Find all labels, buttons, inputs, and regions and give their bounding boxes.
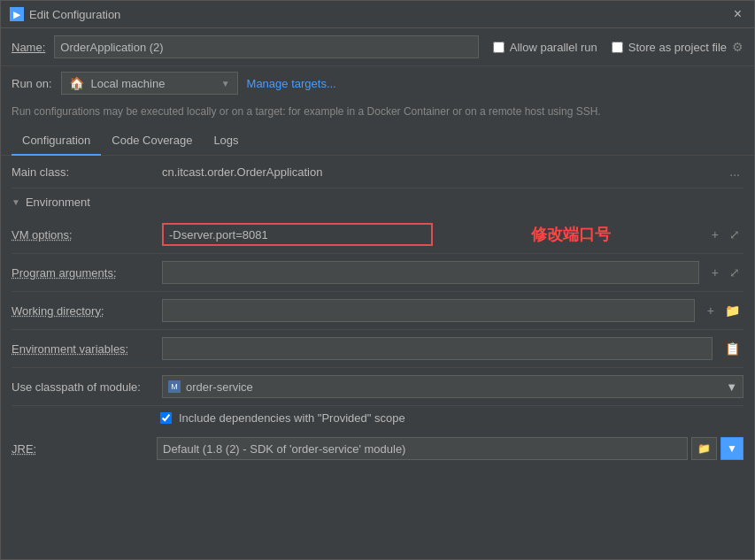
tabs-bar: Configuration Code Coverage Logs xyxy=(1,127,754,156)
module-dropdown-arrow-icon: ▼ xyxy=(726,380,737,394)
store-as-project-row: Store as project file ⚙ xyxy=(612,40,743,54)
tab-configuration[interactable]: Configuration xyxy=(12,127,101,156)
description-text: Run configurations may be executed local… xyxy=(1,100,754,127)
tab-code-coverage[interactable]: Code Coverage xyxy=(101,127,203,156)
env-vars-label: Environment variables: xyxy=(12,342,153,356)
jre-dropdown-button[interactable]: ▼ xyxy=(720,437,743,460)
jre-row: JRE: 📁 ▼ xyxy=(12,430,743,467)
main-class-label: Main class: xyxy=(12,165,153,179)
program-args-input[interactable] xyxy=(162,261,699,284)
program-args-plus-button[interactable]: + xyxy=(708,264,722,281)
allow-parallel-label: Allow parallel run xyxy=(510,41,597,54)
annotation-text: 修改端口号 xyxy=(442,224,698,245)
title-bar-left: ▶ Edit Configuration xyxy=(10,7,120,21)
working-dir-actions: + 📁 xyxy=(704,302,743,319)
working-dir-label: Working directory: xyxy=(12,304,153,318)
edit-configuration-dialog: ▶ Edit Configuration × Name: Allow paral… xyxy=(0,0,755,560)
classpath-label: Use classpath of module: xyxy=(12,380,153,394)
house-icon: 🏠 xyxy=(69,76,84,90)
main-class-value: cn.itcast.order.OrderApplication xyxy=(162,165,717,179)
module-dropdown-inner: M order-service xyxy=(168,380,253,394)
store-as-project-label: Store as project file xyxy=(628,41,727,54)
working-dir-row: Working directory: + 📁 xyxy=(12,292,743,330)
vm-options-row: VM options: 修改端口号 + ⤢ xyxy=(12,216,743,254)
name-label: Name: xyxy=(12,41,45,54)
toolbar-right: Allow parallel run Store as project file… xyxy=(493,40,743,54)
main-class-row: Main class: cn.itcast.order.OrderApplica… xyxy=(12,156,743,188)
tab-logs[interactable]: Logs xyxy=(203,127,249,156)
module-value: order-service xyxy=(186,380,253,394)
vm-options-actions: + ⤢ xyxy=(708,226,743,243)
title-bar: ▶ Edit Configuration × xyxy=(1,1,754,28)
jre-input[interactable] xyxy=(157,437,688,460)
local-machine-dropdown[interactable]: 🏠 Local machine ▼ xyxy=(61,72,238,95)
jre-label: JRE: xyxy=(12,442,153,456)
environment-label: Environment xyxy=(26,196,90,209)
include-deps-row: Include dependencies with "Provided" sco… xyxy=(12,406,743,430)
program-args-row: Program arguments: + ⤢ xyxy=(12,254,743,292)
store-as-project-checkbox[interactable] xyxy=(612,42,623,53)
dialog-title: Edit Configuration xyxy=(29,8,120,21)
main-class-actions: ... xyxy=(726,163,743,180)
env-vars-input[interactable] xyxy=(162,337,713,360)
include-deps-label: Include dependencies with "Provided" sco… xyxy=(179,411,405,425)
environment-section-header[interactable]: ▼ Environment xyxy=(12,188,743,216)
main-class-browse-button[interactable]: ... xyxy=(726,163,743,180)
section-arrow-icon: ▼ xyxy=(12,197,20,207)
working-dir-folder-button[interactable]: 📁 xyxy=(721,302,743,319)
local-machine-text: Local machine xyxy=(91,77,166,90)
include-deps-checkbox[interactable] xyxy=(160,412,172,424)
module-icon: M xyxy=(168,380,181,393)
run-on-label: Run on: xyxy=(12,77,52,90)
program-args-label: Program arguments: xyxy=(12,266,153,280)
app-icon: ▶ xyxy=(10,7,24,21)
content-area: Main class: cn.itcast.order.OrderApplica… xyxy=(1,156,754,559)
program-args-expand-button[interactable]: ⤢ xyxy=(726,264,743,281)
module-dropdown[interactable]: M order-service ▼ xyxy=(162,375,743,398)
classpath-row: Use classpath of module: M order-service… xyxy=(12,368,743,406)
dropdown-arrow-icon: ▼ xyxy=(221,79,230,88)
env-vars-copy-button[interactable]: 📋 xyxy=(721,340,743,357)
allow-parallel-checkbox[interactable] xyxy=(493,42,505,53)
working-dir-input[interactable] xyxy=(162,299,695,322)
allow-parallel-row: Allow parallel run xyxy=(493,41,597,54)
toolbar: Name: Allow parallel run Store as projec… xyxy=(1,28,754,66)
name-row: Name: xyxy=(12,35,479,58)
vm-options-input[interactable] xyxy=(162,223,433,246)
program-args-actions: + ⤢ xyxy=(708,264,743,281)
working-dir-plus-button[interactable]: + xyxy=(704,302,718,319)
close-button[interactable]: × xyxy=(730,6,745,22)
vm-options-plus-button[interactable]: + xyxy=(708,226,722,243)
env-vars-actions: 📋 xyxy=(721,340,743,357)
manage-targets-link[interactable]: Manage targets... xyxy=(247,77,336,90)
env-vars-row: Environment variables: 📋 xyxy=(12,330,743,368)
vm-options-expand-button[interactable]: ⤢ xyxy=(726,226,743,243)
vm-options-label: VM options: xyxy=(12,228,153,242)
jre-folder-button[interactable]: 📁 xyxy=(691,437,717,460)
jre-input-container: 📁 ▼ xyxy=(157,437,743,460)
run-on-row: Run on: 🏠 Local machine ▼ Manage targets… xyxy=(1,66,754,100)
name-input[interactable] xyxy=(54,35,478,58)
gear-icon[interactable]: ⚙ xyxy=(732,40,743,54)
